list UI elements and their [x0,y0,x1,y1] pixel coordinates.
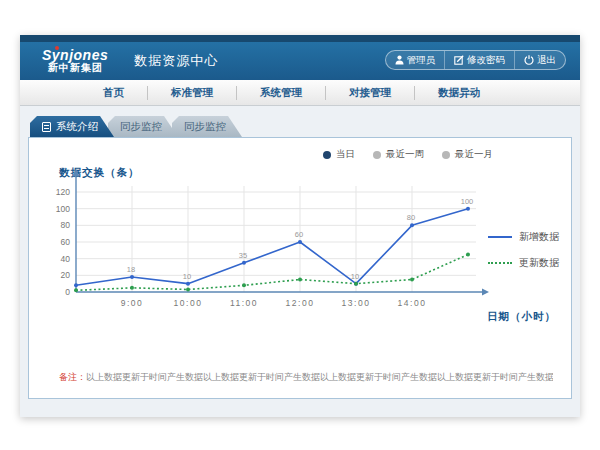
user-button[interactable]: 管理员 [386,51,445,69]
tab-label: 系统介绍 [56,120,98,134]
svg-text:18: 18 [127,265,135,274]
tab-label: 同步监控 [184,120,226,134]
tab-sync-monitor-2[interactable]: 同步监控 [172,116,242,137]
tab-label: 同步监控 [120,120,162,134]
filter-label: 最近一周 [386,148,424,161]
line-chart: 0204060801001209:0010:0011:0012:0013:001… [51,180,501,330]
header-top-strip [20,35,580,42]
nav-item-home[interactable]: 首页 [80,86,147,100]
svg-text:80: 80 [61,220,71,230]
filter-last-month[interactable]: 最近一月 [442,148,493,161]
logout-label: 退出 [537,54,556,67]
radio-selected-icon [323,151,331,159]
svg-text:10: 10 [351,272,359,281]
svg-text:10: 10 [183,272,191,281]
change-password-label: 修改密码 [467,54,505,67]
logo-text: Synjones [42,48,108,63]
user-label: 管理员 [407,54,436,67]
svg-text:120: 120 [56,187,70,197]
legend-item-updated-data[interactable]: 更新数据 [488,256,559,270]
power-icon [524,55,534,65]
footnote-label: 备注： [59,372,86,382]
nav-item-data-changes[interactable]: 数据异动 [414,86,503,100]
svg-text:0: 0 [65,287,70,297]
change-password-button[interactable]: 修改密码 [444,51,514,69]
svg-text:9:00: 9:00 [121,298,144,308]
chart-panel: 当日 最近一周 最近一月 数据交换（条） 0204060801001209:00… [28,137,572,399]
svg-text:11:00: 11:00 [230,298,258,308]
svg-text:60: 60 [61,237,71,247]
logout-button[interactable]: 退出 [514,51,565,69]
svg-text:100: 100 [461,197,474,206]
radio-unselected-icon [373,151,381,159]
user-actions: 管理员 修改密码 退出 [385,50,567,70]
svg-text:12:00: 12:00 [286,298,315,308]
svg-text:13:00: 13:00 [342,298,371,308]
footnote-text: 以上数据更新于时间产生数据以上数据更新于时间产生数据以上数据更新于时间产生数据以… [86,372,553,382]
svg-text:10:00: 10:00 [174,298,203,308]
nav-item-integration[interactable]: 对接管理 [325,86,414,100]
legend-item-new-data[interactable]: 新增数据 [488,230,559,244]
company-logo: Synjones 新中新集团 [42,48,108,73]
legend-label: 新增数据 [519,230,559,244]
nav-item-system[interactable]: 系统管理 [236,86,325,100]
filter-last-week[interactable]: 最近一周 [373,148,424,161]
page-title: 数据资源中心 [134,52,218,70]
dotted-line-swatch-icon [488,262,512,264]
radio-unselected-icon [442,151,450,159]
x-axis-title: 日期（小时） [487,310,556,324]
footnote: 备注：以上数据更新于时间产生数据以上数据更新于时间产生数据以上数据更新于时间产生… [59,371,553,384]
y-axis-title: 数据交换（条） [59,166,140,180]
app-window: Synjones 新中新集团 数据资源中心 管理员 修改密码 [20,35,580,417]
filter-today[interactable]: 当日 [323,148,355,161]
tab-system-intro[interactable]: 系统介绍 [30,116,114,137]
svg-text:14:00: 14:00 [398,298,427,308]
svg-text:60: 60 [295,230,303,239]
logo-subtext: 新中新集团 [42,63,108,74]
solid-line-swatch-icon [488,236,512,238]
svg-text:100: 100 [56,204,70,214]
content-area: 系统介绍 同步监控 同步监控 当日 最近一周 [20,106,580,399]
header: Synjones 新中新集团 数据资源中心 管理员 修改密码 [20,42,580,80]
tab-bar: 系统介绍 同步监控 同步监控 [30,116,572,137]
edit-icon [454,55,464,65]
tab-sync-monitor-1[interactable]: 同步监控 [108,116,178,137]
person-icon [395,55,404,65]
document-icon [42,122,51,132]
svg-text:20: 20 [61,270,71,280]
svg-text:80: 80 [407,213,415,222]
legend-label: 更新数据 [519,256,559,270]
period-filter-group: 当日 最近一周 最近一月 [323,148,493,161]
filter-label: 最近一月 [455,148,493,161]
svg-text:40: 40 [61,254,71,264]
chart-legend: 新增数据 更新数据 [488,230,559,270]
filter-label: 当日 [336,148,355,161]
nav-item-standards[interactable]: 标准管理 [147,86,236,100]
main-nav: 首页 标准管理 系统管理 对接管理 数据异动 [20,80,580,106]
svg-text:35: 35 [239,251,247,260]
